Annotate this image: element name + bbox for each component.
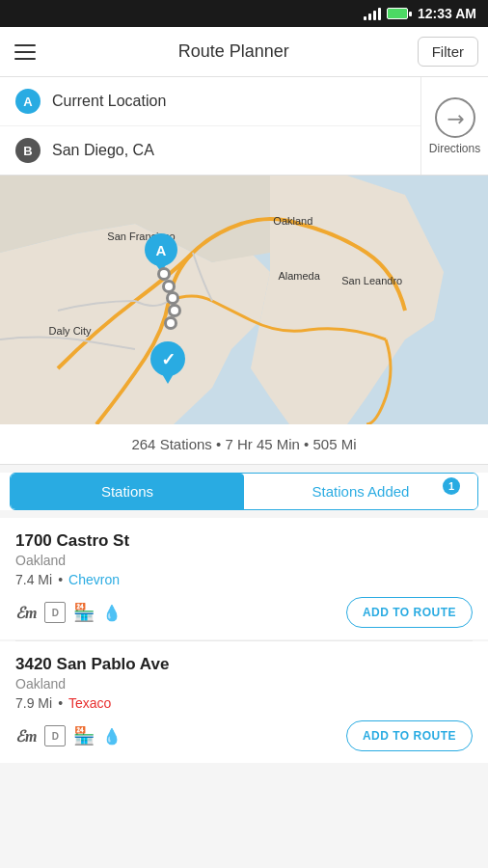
station-row-2: ℰm D 🏪 💧 ADD TO ROUTE [15,720,473,751]
directions-arrow-icon: ↗ [441,104,468,131]
water-drop-2: 💧 [102,727,122,746]
station-card-2: 3420 San Pablo Ave Oakland 7.9 Mi • Texa… [0,641,488,763]
location-section: A Current Location B San Diego, CA ↗ Dir… [0,77,488,176]
station-distance-1: 7.4 Mi [15,572,52,587]
station-city-1: Oakland [15,553,473,568]
add-to-route-button-1[interactable]: ADD TO ROUTE [346,597,473,628]
menu-icon [14,44,36,46]
svg-point-12 [169,294,176,302]
station-meta-1: 7.4 Mi • Chevron [15,572,473,587]
station-row-1: ℰm D 🏪 💧 ADD TO ROUTE [15,597,473,628]
signal-bar-2 [368,14,371,20]
station-name-1: 1700 Castro St [15,531,473,551]
diesel-icon-1: D [44,602,66,623]
diesel-icon-2: D [44,725,66,746]
battery-icon [387,8,408,19]
location-row-a[interactable]: A Current Location [0,77,420,126]
destination-text: San Diego, CA [52,142,154,159]
svg-point-8 [160,270,168,278]
station-icons-2: ℰm D 🏪 💧 [15,725,122,746]
point-a-badge: A [15,89,41,114]
tab-stations-added[interactable]: Stations Added 1 [244,474,477,509]
menu-icon [14,58,36,60]
tab-stations[interactable]: Stations [11,474,244,509]
route-stats-text: 264 Stations • 7 Hr 45 Min • 505 Mi [131,436,356,452]
station-card-1: 1700 Castro St Oakland 7.4 Mi • Chevron … [0,518,488,639]
map-view[interactable]: San Francisco Oakland Alameda Daly City … [0,176,488,424]
stations-list: 1700 Castro St Oakland 7.4 Mi • Chevron … [0,518,488,846]
current-location-text: Current Location [52,93,166,110]
station-brand-2: Texaco [68,695,111,711]
store-icon-1: 🏪 [73,602,95,623]
station-name-2: 3420 San Pablo Ave [15,655,473,674]
map-pin-station-5 [164,316,177,334]
em-icon-2: ℰm [15,727,37,746]
svg-point-16 [167,319,175,327]
filter-button[interactable]: Filter [418,37,478,67]
store-icon-2: 🏪 [73,725,95,746]
tab-section: Stations Stations Added 1 [0,473,488,510]
station-icons-1: ℰm D 🏪 💧 [15,602,122,623]
location-row-b[interactable]: B San Diego, CA [0,126,420,175]
signal-bar-1 [364,16,366,20]
add-to-route-button-2[interactable]: ADD TO ROUTE [346,720,473,751]
station-distance-2: 7.9 Mi [15,695,52,711]
location-inputs: A Current Location B San Diego, CA [0,77,420,175]
signal-indicator [364,7,381,20]
menu-icon [14,51,36,53]
directions-button[interactable]: ↗ Directions [420,77,488,175]
tab-wrapper: Stations Stations Added 1 [10,473,478,510]
route-stats: 264 Stations • 7 Hr 45 Min • 505 Mi [0,424,488,465]
directions-icon-circle: ↗ [435,97,475,138]
map-pin-b[interactable]: ✓ [150,341,185,388]
status-bar: 12:33 AM [0,0,488,27]
em-icon-1: ℰm [15,604,37,622]
water-drop-1: 💧 [102,604,122,622]
svg-point-14 [171,307,178,314]
svg-marker-19 [161,372,175,384]
status-time: 12:33 AM [418,6,476,21]
station-meta-2: 7.9 Mi • Texaco [15,695,473,711]
menu-button[interactable] [0,27,50,77]
top-nav: Route Planner Filter [0,27,488,77]
page-title: Route Planner [50,41,418,62]
signal-bar-4 [378,8,381,20]
svg-text:✓: ✓ [161,350,176,369]
signal-bar-3 [373,11,376,20]
svg-point-10 [165,283,173,290]
directions-label: Directions [429,142,480,155]
svg-text:A: A [156,242,167,258]
point-b-badge: B [15,138,41,163]
stations-added-badge: 1 [443,477,460,495]
dot-separator-2: • [58,695,63,711]
dot-separator-1: • [58,572,63,587]
station-brand-1: Chevron [68,572,120,587]
station-city-2: Oakland [15,676,473,692]
map-pin-a[interactable]: A [145,233,177,266]
